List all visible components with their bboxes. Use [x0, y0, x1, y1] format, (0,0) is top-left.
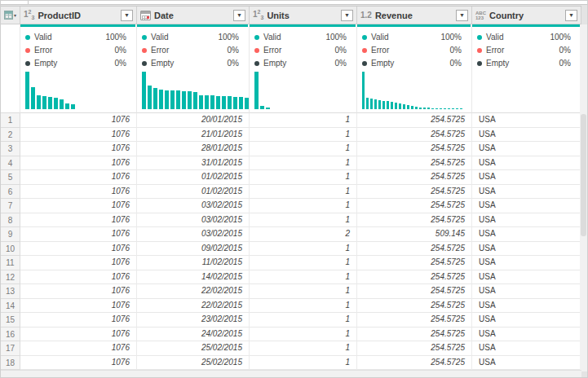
cell-date[interactable]: 01/02/2015: [137, 170, 250, 185]
cell-country[interactable]: USA: [472, 242, 581, 257]
cell-date[interactable]: 21/01/2015: [137, 128, 250, 143]
histogram-bar[interactable]: [239, 97, 243, 109]
cell-productid[interactable]: 1076: [20, 213, 137, 228]
histogram-bar[interactable]: [448, 108, 450, 109]
histogram-bar[interactable]: [170, 90, 175, 109]
cell-revenue[interactable]: 509.145: [357, 227, 472, 242]
cell-productid[interactable]: 1076: [20, 242, 137, 257]
cell-productid[interactable]: 1076: [20, 142, 137, 156]
cell-units[interactable]: 1: [250, 284, 357, 299]
filter-dropdown-button[interactable]: ▼: [565, 10, 577, 21]
column-header-date[interactable]: Date▼: [137, 7, 250, 24]
histogram-bar[interactable]: [407, 105, 409, 109]
cell-country[interactable]: USA: [472, 227, 581, 242]
cell-date[interactable]: 03/02/2015: [137, 199, 250, 213]
cell-units[interactable]: 2: [250, 227, 357, 242]
row-number[interactable]: 2: [1, 128, 20, 143]
histogram-bar[interactable]: [54, 98, 58, 109]
cell-country[interactable]: USA: [472, 128, 581, 143]
cell-country[interactable]: USA: [472, 270, 581, 285]
cell-productid[interactable]: 1076: [20, 156, 137, 171]
cell-units[interactable]: 1: [250, 185, 357, 200]
histogram-bar[interactable]: [435, 108, 438, 109]
vertical-scrollbar-thumb[interactable]: [581, 114, 586, 236]
cell-units[interactable]: 1: [250, 327, 357, 342]
histogram-bar[interactable]: [159, 90, 163, 109]
row-number[interactable]: 15: [1, 313, 20, 327]
cell-date[interactable]: 22/02/2015: [137, 284, 250, 299]
cell-productid[interactable]: 1076: [20, 185, 137, 200]
histogram-bar[interactable]: [228, 96, 232, 109]
cell-date[interactable]: 03/02/2015: [137, 227, 250, 242]
row-number[interactable]: 9: [1, 227, 20, 242]
histogram-bar[interactable]: [419, 108, 422, 109]
cell-units[interactable]: 1: [250, 199, 357, 213]
histogram-bar[interactable]: [71, 104, 75, 109]
column-header-units[interactable]: 123Units▼: [250, 7, 357, 24]
cell-country[interactable]: USA: [472, 156, 581, 171]
cell-revenue[interactable]: 254.5725: [357, 299, 472, 314]
histogram-bar[interactable]: [440, 108, 442, 109]
histogram-bar[interactable]: [444, 108, 446, 109]
histogram-bar[interactable]: [216, 96, 220, 109]
cell-productid[interactable]: 1076: [20, 299, 137, 314]
cell-date[interactable]: 03/02/2015: [137, 213, 250, 228]
row-number[interactable]: 5: [1, 170, 20, 185]
column-header-revenue[interactable]: 1.2Revenue▼: [357, 7, 472, 24]
cell-revenue[interactable]: 254.5725: [357, 256, 472, 270]
histogram-bar[interactable]: [460, 108, 462, 109]
row-number[interactable]: 16: [1, 327, 20, 342]
row-number[interactable]: 3: [1, 142, 20, 156]
cell-date[interactable]: 09/02/2015: [137, 242, 250, 257]
histogram-bar[interactable]: [31, 87, 35, 109]
cell-productid[interactable]: 1076: [20, 313, 137, 327]
cell-country[interactable]: USA: [472, 284, 581, 299]
cell-date[interactable]: 25/02/2015: [137, 341, 250, 356]
histogram-bar[interactable]: [399, 103, 401, 109]
cell-units[interactable]: 1: [250, 128, 357, 143]
histogram-bar[interactable]: [37, 95, 41, 109]
cell-revenue[interactable]: 254.5725: [357, 156, 472, 171]
histogram-bar[interactable]: [431, 108, 434, 109]
cell-productid[interactable]: 1076: [20, 227, 137, 242]
histogram-bar[interactable]: [452, 108, 454, 109]
cell-revenue[interactable]: 254.5725: [357, 284, 472, 299]
select-all-cell[interactable]: ▾: [1, 7, 20, 24]
histogram-bar[interactable]: [222, 96, 226, 109]
cell-date[interactable]: 28/01/2015: [137, 142, 250, 156]
cell-revenue[interactable]: 254.5725: [357, 242, 472, 257]
histogram-bar[interactable]: [142, 72, 146, 109]
cell-units[interactable]: 1: [250, 313, 357, 327]
row-number[interactable]: 18: [1, 356, 20, 371]
histogram-bar[interactable]: [48, 97, 52, 109]
cell-revenue[interactable]: 254.5725: [357, 113, 472, 128]
cell-productid[interactable]: 1076: [20, 284, 137, 299]
cell-date[interactable]: 14/02/2015: [137, 270, 250, 285]
cell-units[interactable]: 1: [250, 356, 357, 371]
histogram-bar[interactable]: [403, 104, 405, 109]
horizontal-scrollbar[interactable]: [1, 370, 581, 377]
cell-revenue[interactable]: 254.5725: [357, 142, 472, 156]
cell-productid[interactable]: 1076: [20, 113, 137, 128]
cell-date[interactable]: 01/02/2015: [137, 185, 250, 200]
cell-units[interactable]: 1: [250, 113, 357, 128]
filter-dropdown-button[interactable]: ▼: [456, 10, 468, 21]
histogram-bar[interactable]: [25, 72, 29, 109]
cell-units[interactable]: 1: [250, 142, 357, 156]
histogram-bar[interactable]: [260, 106, 264, 109]
cell-date[interactable]: 23/02/2015: [137, 313, 250, 327]
histogram-bar[interactable]: [427, 108, 430, 109]
histogram-bar[interactable]: [165, 90, 169, 109]
histogram-bar[interactable]: [65, 103, 69, 109]
cell-units[interactable]: 1: [250, 213, 357, 228]
cell-country[interactable]: USA: [472, 199, 581, 213]
histogram-bar[interactable]: [233, 97, 237, 109]
histogram-bar[interactable]: [411, 106, 413, 109]
cell-date[interactable]: 31/01/2015: [137, 156, 250, 171]
cell-revenue[interactable]: 254.5725: [357, 199, 472, 213]
histogram-bar[interactable]: [415, 107, 418, 109]
cell-country[interactable]: USA: [472, 327, 581, 342]
cell-country[interactable]: USA: [472, 142, 581, 156]
histogram-bar[interactable]: [205, 95, 209, 109]
row-number[interactable]: 1: [1, 113, 20, 128]
